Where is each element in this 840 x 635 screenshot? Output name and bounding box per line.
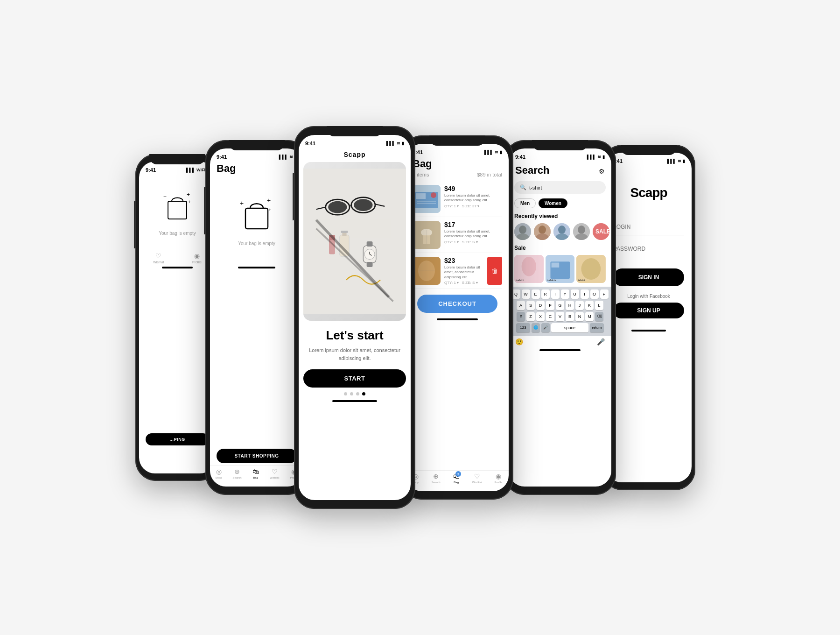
signal-icon-3: ▌▌▌ (386, 141, 395, 146)
cart-meta-2: QTY: 1 ▾ SIZE: S ▾ (444, 240, 502, 244)
delete-item-3-btn[interactable]: 🗑 (487, 257, 502, 285)
key-n[interactable]: N (575, 312, 584, 321)
sale-title: Sale (514, 245, 606, 251)
mic-icon[interactable]: 🎤 (597, 338, 605, 346)
search-magnifier-icon: 🔍 (520, 184, 526, 190)
nav-profile-4[interactable]: ◉ Profile (494, 473, 502, 484)
items-total: $89 in total (477, 172, 502, 177)
svg-text:+: + (187, 191, 190, 198)
key-space[interactable]: space (551, 323, 588, 332)
nav-bag-label-4: Bag (454, 481, 459, 484)
key-p[interactable]: P (600, 289, 609, 299)
key-d[interactable]: D (536, 301, 545, 310)
key-t[interactable]: T (551, 289, 560, 299)
sign-up-btn[interactable]: SIGN UP (613, 303, 684, 318)
notch-3 (327, 126, 383, 136)
onboard-desc: Lorem ipsum dolor sit amet, consectetur … (303, 346, 406, 362)
svg-rect-31 (416, 193, 426, 199)
key-l[interactable]: L (595, 301, 603, 310)
key-a[interactable]: A (517, 301, 525, 310)
time-1: 9:41 (146, 167, 156, 173)
bottom-bar-2 (238, 267, 275, 268)
key-c[interactable]: C (546, 312, 554, 321)
svg-point-52 (578, 226, 585, 234)
facebook-login-link[interactable]: Login with Facebook (613, 294, 684, 299)
checkout-btn[interactable]: CHECKOUT (417, 295, 498, 313)
svg-point-46 (539, 226, 546, 234)
key-s[interactable]: S (526, 301, 535, 310)
cart-price-2: $17 (444, 221, 502, 228)
key-globe[interactable]: 🌐 (532, 323, 540, 332)
time-5: 9:41 (515, 154, 525, 160)
svg-rect-4 (245, 208, 268, 229)
key-z[interactable]: Z (526, 312, 535, 321)
key-row-3: ⇧ Z X C V B N M ⌫ (511, 312, 609, 321)
nav-profile-1[interactable]: ◉ Profile (192, 252, 202, 264)
phone-3-onboarding: 9:41 ▌▌▌ ≋ ▮ Scapp (294, 126, 415, 509)
start-shopping-btn-2[interactable]: START SHOPPING (217, 449, 297, 463)
sale-label-3: tshirt (578, 279, 585, 282)
key-r[interactable]: R (541, 289, 550, 299)
search-bar-5[interactable]: 🔍 t-shirt (514, 181, 606, 194)
key-w[interactable]: W (522, 289, 530, 299)
key-mic[interactable]: 🎤 (541, 323, 550, 332)
login-input[interactable] (613, 219, 684, 235)
item3-img (413, 257, 441, 285)
nav-bag-2[interactable]: 🛍 Bag (252, 468, 259, 479)
cart-info-1: $49 Lorem ipsum dolor sit amet, consecte… (444, 185, 502, 213)
key-h[interactable]: H (566, 301, 574, 310)
start-btn[interactable]: START (303, 369, 406, 388)
tag-men[interactable]: Men (514, 198, 536, 208)
key-x[interactable]: X (536, 312, 545, 321)
screen-3: 9:41 ▌▌▌ ≋ ▮ Scapp (299, 135, 411, 500)
key-backspace[interactable]: ⌫ (595, 312, 603, 321)
password-input[interactable] (613, 241, 684, 257)
login-content: Scapp SIGN IN Login with Facebook SIGN U… (606, 167, 692, 328)
phone-5-search: 9:41 ▌▌▌ ≋ ▮ Search ⚙ 🔍 t-shirt Men Wome (504, 140, 616, 495)
nav-bar-1: ♡ Wismat ◉ Profile (139, 250, 216, 265)
key-g[interactable]: G (556, 301, 564, 310)
svg-point-57 (522, 257, 536, 276)
nav-wishlist-4[interactable]: ♡ Wishlist (472, 473, 482, 484)
tag-women[interactable]: Women (539, 198, 567, 208)
nav-search-2[interactable]: ⊕ Search (233, 468, 242, 479)
key-return[interactable]: return (590, 323, 604, 332)
bottom-bar-1 (162, 267, 193, 268)
nav-shop-2[interactable]: ◎ Shop (216, 468, 222, 479)
key-o[interactable]: O (590, 289, 599, 299)
key-y[interactable]: Y (561, 289, 569, 299)
empty-bag-container-2: + + + Your bag is empty (217, 176, 297, 265)
svg-point-43 (519, 226, 526, 234)
nav-search-4[interactable]: ⊕ Search (432, 473, 441, 484)
key-j[interactable]: J (575, 301, 584, 310)
nav-wishlist-2[interactable]: ♡ Wishlist (270, 468, 280, 479)
item2-img (413, 221, 441, 249)
key-k[interactable]: K (585, 301, 594, 310)
emoji-icon[interactable]: 🙂 (515, 338, 523, 346)
nav-wishlist-1[interactable]: ♡ Wismat (153, 252, 164, 264)
svg-text:+: + (240, 199, 244, 207)
sign-in-btn[interactable]: SIGN IN (613, 268, 684, 286)
key-v[interactable]: V (556, 312, 564, 321)
key-i[interactable]: I (581, 289, 589, 299)
nav-bag-4[interactable]: 🛍 3 Bag (453, 473, 460, 484)
cart-desc-3: Lorem ipsum dolor sit amet, consectetur … (444, 265, 483, 280)
item1-img (413, 185, 441, 213)
key-m[interactable]: M (585, 312, 594, 321)
key-u[interactable]: U (571, 289, 579, 299)
key-e[interactable]: E (532, 289, 540, 299)
key-f[interactable]: F (546, 301, 554, 310)
screen-5: 9:41 ▌▌▌ ≋ ▮ Search ⚙ 🔍 t-shirt Men Wome (509, 148, 611, 487)
app-name-header-3: Scapp (299, 149, 411, 162)
key-123[interactable]: 123 (516, 323, 530, 332)
key-shift[interactable]: ⇧ (517, 312, 525, 321)
screen-2: 9:41 ▌▌▌ ≋ ▮ Bag + + + Your (210, 148, 303, 487)
wifi-icon-4: ≋ (495, 150, 498, 155)
notch-1 (149, 154, 205, 164)
cart-meta-3: QTY: 1 ▾ SIZE: S ▾ (444, 281, 483, 285)
login-logo: Scapp (613, 176, 684, 205)
filter-icon[interactable]: ⚙ (599, 168, 605, 175)
key-b[interactable]: B (566, 312, 574, 321)
signal-icon: ▌▌▌ (186, 168, 195, 172)
login-spacer (613, 205, 684, 219)
